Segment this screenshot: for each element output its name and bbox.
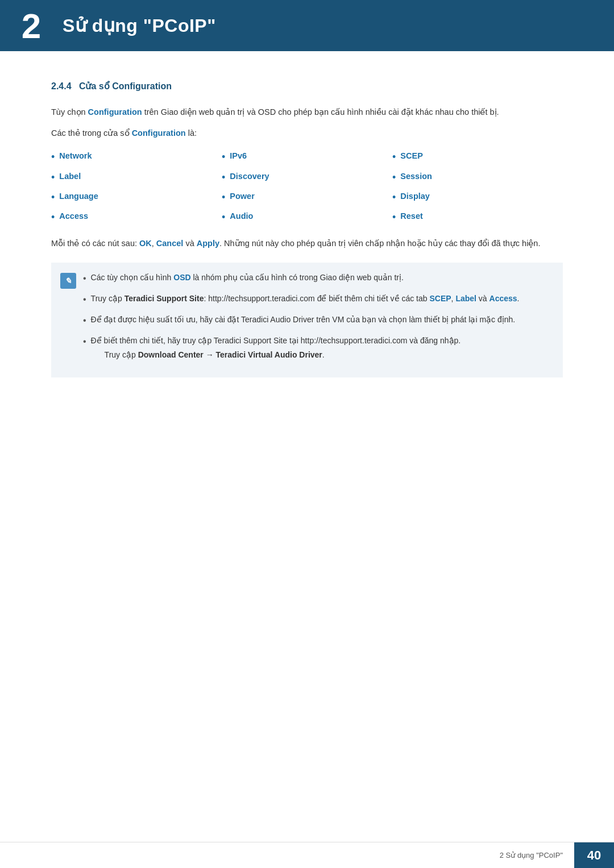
bullet-dot: • [51,210,55,225]
bullet-col-3-1: • Language [51,190,222,205]
bullet-reset: Reset [400,210,423,222]
footer-page-box: 40 [574,842,614,869]
bullet-dot: • [51,190,55,205]
note-box: ✎ • Các tùy chọn cấu hình OSD là nhóm ph… [51,263,563,377]
note-icon: ✎ [60,273,76,289]
bullet-col-1-1: • Network [51,150,222,164]
bullet-col-3-2: • Power [222,190,392,205]
bullet-power: Power [230,190,255,202]
bullet-dot: • [392,150,396,164]
middle-paragraph: Mỗi thẻ có các nút sau: OK, Cancel và Ap… [51,237,563,250]
bullet-row-2: • Label • Discovery • Session [51,171,563,185]
note-list-item-3: • Để đạt được hiệu suất tối ưu, hãy cài … [83,314,551,328]
bullet-dot: • [392,210,396,225]
main-content: 2.4.4 Cửa sổ Configuration Tùy chọn Conf… [0,51,614,423]
tabs-intro-paragraph: Các thẻ trong cửa sổ Configuration là: [51,127,563,140]
sub-bullet-2: • [83,293,86,307]
note-list-item-1: • Các tùy chọn cấu hình OSD là nhóm phụ … [83,272,551,286]
bullet-col-4-2: • Audio [222,210,392,225]
bullet-col-1-2: • IPv6 [222,150,392,164]
bullet-dot: • [222,171,225,185]
bullet-col-2-2: • Discovery [222,171,392,185]
cancel-highlight: Cancel [156,239,184,248]
note-text-4: Để biết thêm chi tiết, hãy truy cập Tera… [91,335,551,362]
footer-page-number: 40 [587,846,601,865]
note-list: • Các tùy chọn cấu hình OSD là nhóm phụ … [83,272,551,362]
bullet-dot: • [222,150,225,164]
section-title: Cửa sổ Configuration [79,81,172,91]
header-bar: 2 Sử dụng "PCoIP" [0,0,614,51]
label-link: Label [455,294,476,303]
ok-highlight: OK [139,239,152,248]
footer: 2 Sử dụng "PCoIP" 40 [0,842,614,868]
teradici-support-bold: Teradici Support Site [125,294,204,303]
bullet-scep: SCEP [400,150,423,161]
chapter-number: 2 [22,0,41,52]
footer-label: 2 Sử dụng "PCoIP" [500,850,563,861]
bullet-dot: • [51,150,55,164]
bullet-col-4-1: • Access [51,210,222,225]
note-list-item-4: • Để biết thêm chi tiết, hãy truy cập Te… [83,335,551,362]
section-number: 2.4.4 [51,81,72,91]
bullet-label: Label [59,171,81,182]
bullet-dot: • [222,210,225,225]
chapter-number-block: 2 [0,0,51,51]
note-text-3: Để đạt được hiệu suất tối ưu, hãy cài đặ… [91,314,551,326]
bullet-col-2-3: • Session [392,171,563,185]
bullet-row-1: • Network • IPv6 • SCEP [51,150,563,164]
bullet-language: Language [59,190,98,202]
note-content: • Các tùy chọn cấu hình OSD là nhóm phụ … [83,272,551,368]
note-icon-symbol: ✎ [65,275,72,287]
chapter-title: Sử dụng "PCoIP" [63,12,216,39]
intro-paragraph: Tùy chọn Configuration trên Giao diện we… [51,106,563,119]
note-text-1: Các tùy chọn cấu hình OSD là nhóm phụ củ… [91,272,551,284]
bullet-col-4-3: • Reset [392,210,563,225]
osd-highlight: OSD [173,273,190,282]
bullet-audio: Audio [230,210,253,222]
bullet-table: • Network • IPv6 • SCEP • Label • Discov… [51,150,563,225]
section-heading: 2.4.4 Cửa sổ Configuration [51,80,563,95]
bullet-col-2-1: • Label [51,171,222,185]
sub-bullet-1: • [83,272,86,286]
download-center-bold: Download Center [138,350,204,359]
sub-para-download: Truy cập Download Center → Teradici Virt… [105,349,551,362]
bullet-session: Session [400,171,432,182]
note-text-2: Truy cập Teradici Support Site: http://t… [91,293,551,305]
bullet-discovery: Discovery [230,171,269,182]
scep-link: SCEP [429,294,451,303]
config-highlight-1: Configuration [88,107,142,117]
access-link: Access [489,294,517,303]
config-highlight-2: Configuration [132,128,186,138]
bullet-display: Display [400,190,430,202]
bullet-row-4: • Access • Audio • Reset [51,210,563,225]
bullet-network: Network [59,150,92,161]
bullet-dot: • [392,190,396,205]
sub-bullet-3: • [83,314,86,328]
bullet-dot: • [222,190,225,205]
note-list-item-2: • Truy cập Teradici Support Site: http:/… [83,293,551,307]
bullet-dot: • [51,171,55,185]
bullet-col-1-3: • SCEP [392,150,563,164]
bullet-row-3: • Language • Power • Display [51,190,563,205]
bullet-access: Access [59,210,88,222]
sub-bullet-4: • [83,335,86,349]
bullet-ipv6: IPv6 [230,150,247,161]
bullet-col-3-3: • Display [392,190,563,205]
apply-highlight: Apply [197,239,219,248]
bullet-dot: • [392,171,396,185]
virtual-audio-bold: Teradici Virtual Audio Driver [216,350,322,359]
